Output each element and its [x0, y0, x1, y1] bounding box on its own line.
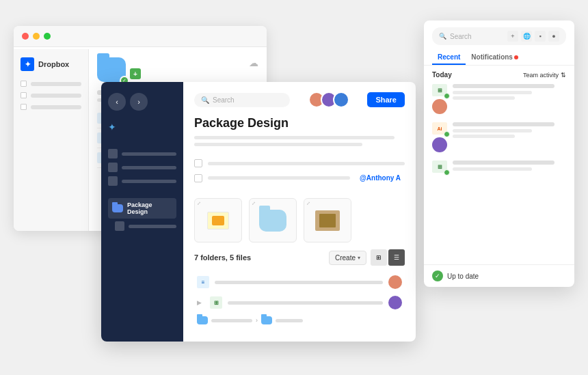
cloud-icon: ☁ [249, 57, 258, 68]
content-description [194, 136, 405, 150]
nav-item[interactable] [108, 176, 176, 186]
spreadsheet-icon: ⊞ [432, 84, 447, 96]
sidebar-checkbox[interactable] [21, 81, 27, 87]
user-icon[interactable]: ● [548, 31, 559, 42]
checkbox[interactable] [194, 174, 202, 182]
nav-active-item[interactable]: Package Design [108, 198, 176, 219]
activity-sub-bar-2 [453, 96, 515, 100]
nav-item[interactable] [108, 163, 176, 172]
expand-icon[interactable]: ▶ [197, 299, 202, 306]
file-list: ≡ ▶ ⊞ › [194, 273, 405, 327]
sidebar-checkbox[interactable] [21, 104, 27, 110]
sidebar-bar [31, 105, 81, 109]
user-avatar [432, 99, 447, 114]
search-icon: 🔍 [439, 33, 446, 40]
search-placeholder: Search [213, 96, 235, 104]
nav-dropbox-logo: ✦ [108, 122, 122, 135]
nav-item-icon [108, 176, 118, 186]
check-row[interactable] [194, 156, 405, 170]
checkbox[interactable] [194, 159, 202, 167]
sheet-icon: ⊞ [210, 296, 222, 309]
folder-thumbnail [259, 210, 286, 232]
sidebar-checkbox[interactable] [21, 92, 27, 98]
globe-icon[interactable]: 🌐 [521, 31, 532, 42]
plus-icon[interactable]: + [507, 31, 518, 42]
activity-search[interactable]: 🔍 Search + 🌐 ▪ ● [432, 27, 566, 45]
activity-icon-col: ⊞ [432, 161, 447, 173]
activity-tabs: Recent Notifications [432, 51, 566, 65]
search-box[interactable]: 🔍 Search [194, 93, 290, 107]
activity-text-col [453, 161, 566, 173]
mention-tag[interactable]: @Anthony A [356, 173, 405, 183]
search-icon: 🔍 [201, 96, 209, 104]
nav-active-label: Package Design [127, 202, 172, 215]
breadcrumb-row: › [194, 314, 405, 327]
thumbnail-folder[interactable]: ⤢ [249, 198, 297, 242]
activity-title-bar [453, 161, 554, 165]
file-list-row[interactable]: ▶ ⊞ [194, 293, 405, 312]
activity-sub-bar-2 [453, 135, 515, 138]
check-row[interactable]: @Anthony A [194, 170, 405, 186]
grid-view-button[interactable]: ⊞ [371, 249, 387, 266]
sidebar-item[interactable] [21, 104, 81, 110]
window-browser: ‹ › ✦ Package Design [101, 82, 416, 342]
nav-subitem[interactable] [108, 221, 176, 231]
activity-item: Ai [432, 122, 566, 152]
text-bar [194, 136, 395, 139]
traffic-light-green[interactable] [44, 33, 51, 40]
file-list-row[interactable]: ≡ [194, 273, 405, 292]
traffic-light-yellow[interactable] [33, 33, 40, 40]
file-count: 7 folders, 5 files [194, 253, 251, 262]
user-avatar [432, 137, 447, 152]
nav-item[interactable] [108, 149, 176, 158]
sidebar-item[interactable] [21, 81, 81, 87]
search-placeholder: Search [450, 33, 504, 40]
sidebar-item[interactable] [21, 92, 81, 98]
resize-icon: ⤢ [306, 201, 310, 206]
up-to-date-row: ✓ Up to date [424, 264, 574, 287]
dropbox-top-row: ✓ + ☁ [97, 57, 258, 82]
file-name-bar [215, 281, 383, 284]
tab-recent[interactable]: Recent [432, 51, 466, 65]
resize-icon: ⤢ [197, 201, 201, 206]
activity-text-col [453, 122, 566, 152]
activity-title-bar [453, 84, 554, 88]
nav-item-icon [108, 149, 118, 158]
collaborator-avatars [308, 92, 349, 108]
resize-icon: ⤢ [252, 201, 256, 206]
create-label: Create [335, 254, 356, 262]
nav-arrows: ‹ › [108, 93, 176, 111]
folder-icon-small [112, 204, 123, 212]
thumbnail-presentation[interactable]: ⤢ [194, 198, 242, 242]
activity-filter[interactable]: Team activity ⇅ [523, 72, 566, 79]
create-button[interactable]: Create ▾ [329, 251, 366, 265]
forward-button[interactable]: › [130, 93, 148, 111]
browser-content: 🔍 Search Share Package Design [183, 82, 416, 342]
activity-title-bar [453, 122, 554, 126]
image-thumbnail [315, 210, 340, 231]
monitor-icon[interactable]: ▪ [535, 31, 546, 42]
check-circle-icon: ✓ [432, 270, 443, 281]
sidebar-bar [31, 94, 81, 98]
tab-notifications[interactable]: Notifications [466, 51, 524, 65]
activity-icon-col: Ai [432, 122, 447, 152]
nav-item-icon [108, 163, 118, 172]
check-label-bar [208, 162, 405, 165]
doc-icon: ≡ [197, 276, 209, 288]
action-row: Create ▾ ⊞ ☰ [329, 249, 405, 266]
spreadsheet-icon-2: ⊞ [432, 161, 447, 173]
browser-top-bar: 🔍 Search Share [194, 92, 405, 108]
activity-date-label: Today [432, 71, 452, 79]
titlebar-dropbox [14, 26, 267, 47]
nav-item-label [122, 180, 176, 183]
share-button[interactable]: Share [367, 92, 405, 107]
add-icon[interactable]: + [130, 68, 141, 79]
traffic-light-red[interactable] [22, 33, 29, 40]
ppt-icon [212, 216, 224, 225]
nav-item-icon [115, 221, 124, 231]
thumbnail-image[interactable]: ⤢ [304, 198, 351, 242]
back-button[interactable]: ‹ [108, 93, 126, 111]
browser-nav: ‹ › ✦ Package Design [101, 82, 183, 342]
file-user-avatar [388, 296, 402, 309]
list-view-button[interactable]: ☰ [388, 249, 405, 266]
